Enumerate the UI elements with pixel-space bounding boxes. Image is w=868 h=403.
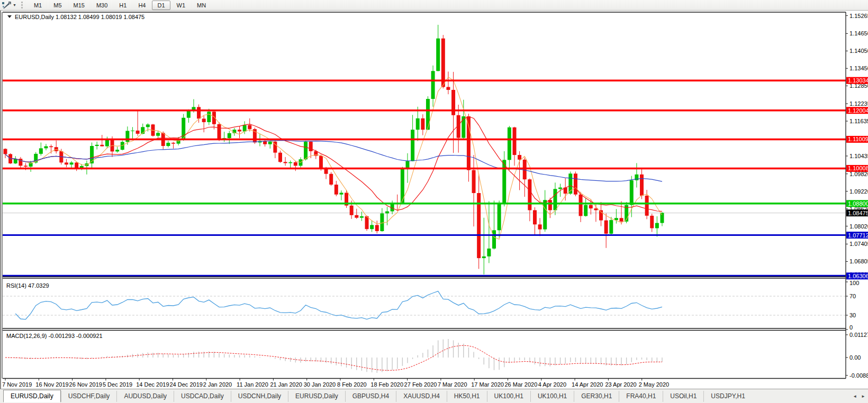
- chart-tab-fra40-h1[interactable]: FRA40,H1: [619, 391, 663, 402]
- axes: 1.152651.146501.140501.134501.128501.122…: [2, 12, 868, 388]
- price-tick-label: 1.10435: [849, 153, 868, 159]
- tab-scroll-left-icon[interactable]: ◄: [853, 394, 857, 399]
- macd-histogram: [5, 339, 662, 373]
- chart-tab-ger30-h1[interactable]: GER30,H1: [574, 391, 619, 402]
- macd-label: MACD(12,26,9) -0.001293 -0.000921: [6, 333, 103, 339]
- price-tick-label: 1.14650: [849, 30, 868, 36]
- price-label-text: 1.11009: [848, 136, 868, 142]
- candles-layer: [4, 25, 664, 274]
- date-tick-label: 17 Mar 2020: [471, 381, 504, 388]
- rsi-tick-label: 70: [849, 293, 856, 299]
- macd-tick-label: 0.00: [849, 354, 861, 361]
- date-tick-label: 21 Jan 2020: [270, 381, 302, 388]
- date-tick-label: 26 Nov 2019: [69, 381, 102, 388]
- date-tick-label: 2 Jan 2020: [203, 381, 232, 388]
- chart-tab-gbpusd-h4[interactable]: GBPUSD,H4: [345, 391, 396, 402]
- macd-tick-label: -0.008845: [849, 372, 868, 379]
- main-price-panel: EURUSD,Daily 1.08132 1.08499 1.08019 1.0…: [3, 14, 846, 276]
- macd-signal-line: [5, 345, 662, 370]
- chart-tab-uk100-h1[interactable]: UK100,H1: [487, 391, 530, 402]
- chart-tab-xauusd-h4[interactable]: XAUUSD,H4: [396, 391, 447, 402]
- timeframe-toolbar: ▼ M1M5M15M30H1H4D1W1MN: [0, 0, 868, 11]
- timeframe-button-h4[interactable]: H4: [133, 1, 151, 10]
- chart-tool-button[interactable]: ▼: [0, 2, 18, 9]
- date-tick-label: 26 Mar 2020: [505, 381, 538, 388]
- price-label-text: 1.08475: [848, 210, 868, 216]
- price-label-text: 1.10008: [848, 165, 868, 171]
- date-tick-label: 7 Mar 2020: [438, 381, 467, 388]
- price-chart[interactable]: EURUSD,Daily 1.08132 1.08499 1.08019 1.0…: [1, 11, 868, 389]
- date-tick-label: 7 Nov 2019: [2, 381, 32, 388]
- price-tick-label: 1.06805: [849, 258, 868, 264]
- chart-title-ohlc: EURUSD,Daily 1.08132 1.08499 1.08019 1.0…: [15, 14, 144, 20]
- chart-tab-bar: EURUSD,DailyUSDCHF,DailyAUDUSD,DailyUSDC…: [0, 389, 868, 403]
- rsi-tick-label: 100: [849, 280, 859, 286]
- chart-tab-usdcad-daily[interactable]: USDCAD,Daily: [174, 391, 231, 402]
- price-tick-label: 1.09220: [849, 188, 868, 195]
- price-label-text: 1.07712: [848, 232, 868, 239]
- chart-tab-usdcnh-daily[interactable]: USDCNH,Daily: [231, 391, 288, 402]
- macd-tick-label: 0.011277: [849, 332, 868, 338]
- chart-tool-icon: [2, 2, 11, 9]
- price-label-text: 1.12004: [848, 107, 868, 114]
- date-tick-label: 23 Apr 2020: [605, 381, 636, 388]
- timeframe-button-m15[interactable]: M15: [68, 1, 90, 10]
- timeframe-button-m5[interactable]: M5: [48, 1, 67, 10]
- date-tick-label: 24 Dec 2019: [170, 381, 203, 388]
- date-tick-label: 30 Jan 2020: [304, 381, 336, 388]
- chart-window: EURUSD,Daily 1.08132 1.08499 1.08019 1.0…: [0, 11, 868, 389]
- date-tick-label: 14 Dec 2019: [136, 381, 169, 388]
- chevron-down-icon: ▼: [13, 3, 16, 7]
- date-tick-label: 16 Nov 2019: [35, 381, 68, 388]
- rsi-tick-label: 30: [849, 312, 856, 318]
- date-tick-label: 18 Feb 2020: [370, 381, 403, 388]
- price-tick-label: 1.07405: [849, 241, 868, 247]
- timeframe-button-w1[interactable]: W1: [171, 1, 191, 10]
- date-tick-label: 4 Apr 2020: [538, 381, 566, 388]
- chart-tab-hk50-h1[interactable]: HK50,H1: [447, 391, 487, 402]
- price-tick-label: 1.13450: [849, 65, 868, 71]
- date-tick-label: 5 Dec 2019: [103, 381, 132, 388]
- timeframe-button-d1[interactable]: D1: [152, 1, 170, 10]
- rsi-panel: RSI(14) 47.0329: [3, 282, 846, 319]
- chart-tab-uk100-h1[interactable]: UK100,H1: [530, 391, 574, 402]
- date-tick-label: 14 Apr 2020: [572, 381, 603, 388]
- date-tick-label: 11 Jan 2020: [237, 381, 268, 388]
- timeframe-button-mn[interactable]: MN: [192, 1, 211, 10]
- chart-tab-eurusd-daily[interactable]: EURUSD,Daily: [3, 390, 61, 402]
- date-tick-label: 8 Feb 2020: [337, 381, 367, 388]
- date-tick-label: 27 Feb 2020: [404, 381, 437, 388]
- rsi-line: [15, 291, 662, 319]
- ma-line-14[interactable]: [5, 117, 662, 212]
- price-label-text: 1.08800: [848, 200, 868, 207]
- timeframe-button-h1[interactable]: H1: [114, 1, 132, 10]
- timeframe-button-m30[interactable]: M30: [91, 1, 113, 10]
- rsi-tick-label: 0: [849, 324, 853, 331]
- price-label-text: 1.13034: [848, 77, 868, 84]
- date-tick-label: 2 May 2020: [639, 381, 669, 388]
- price-tick-label: 1.08020: [849, 223, 868, 230]
- ma-line-5[interactable]: [5, 77, 662, 240]
- chart-tab-usdchf-daily[interactable]: USDCHF,Daily: [61, 391, 117, 402]
- macd-panel: MACD(12,26,9) -0.001293 -0.000921: [5, 333, 662, 373]
- chevron-down-icon[interactable]: [7, 15, 12, 18]
- chart-tab-usoil-h1[interactable]: USOil,H1: [663, 391, 703, 402]
- timeframe-button-m1[interactable]: M1: [29, 1, 47, 10]
- chart-tab-audusd-daily[interactable]: AUDUSD,Daily: [116, 391, 174, 402]
- price-tick-label: 1.11635: [849, 118, 868, 124]
- price-tick-label: 1.15265: [849, 13, 868, 19]
- price-label-text: 1.06306: [848, 273, 868, 279]
- tab-scroll-right-icon[interactable]: ►: [861, 394, 865, 399]
- chart-tab-eurusd-daily[interactable]: EURUSD,Daily: [288, 391, 345, 402]
- chart-tab-usdjpy-h1[interactable]: USDJPY,H1: [703, 391, 752, 402]
- toolbar-grip[interactable]: [21, 2, 24, 8]
- rsi-label: RSI(14) 47.0329: [6, 282, 49, 289]
- price-tick-label: 1.12235: [849, 100, 868, 107]
- price-tick-label: 1.14050: [849, 48, 868, 54]
